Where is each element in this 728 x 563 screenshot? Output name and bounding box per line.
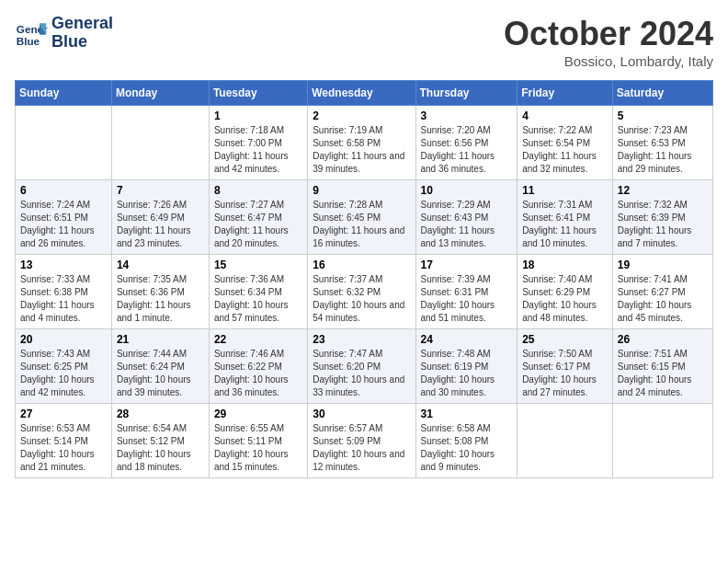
- cell-info: Sunrise: 7:46 AM Sunset: 6:22 PM Dayligh…: [214, 348, 302, 399]
- day-header-friday: Friday: [518, 81, 613, 106]
- day-cell: 25Sunrise: 7:50 AM Sunset: 6:17 PM Dayli…: [518, 329, 613, 404]
- day-cell: 15Sunrise: 7:36 AM Sunset: 6:34 PM Dayli…: [209, 255, 307, 329]
- day-cell: 19Sunrise: 7:41 AM Sunset: 6:27 PM Dayli…: [612, 255, 712, 329]
- day-cell: 31Sunrise: 6:58 AM Sunset: 5:08 PM Dayli…: [415, 404, 518, 478]
- cell-info: Sunrise: 7:33 AM Sunset: 6:38 PM Dayligh…: [20, 273, 107, 325]
- day-number: 9: [313, 184, 410, 197]
- day-cell: [16, 106, 112, 180]
- logo-blue: Blue: [51, 33, 113, 52]
- day-number: 27: [20, 408, 107, 420]
- day-cell: 16Sunrise: 7:37 AM Sunset: 6:32 PM Dayli…: [308, 255, 415, 329]
- day-number: 18: [522, 259, 608, 271]
- cell-info: Sunrise: 7:26 AM Sunset: 6:49 PM Dayligh…: [117, 199, 204, 250]
- cell-info: Sunrise: 6:53 AM Sunset: 5:14 PM Dayligh…: [20, 422, 107, 474]
- day-cell: 21Sunrise: 7:44 AM Sunset: 6:24 PM Dayli…: [111, 329, 209, 404]
- day-cell: 23Sunrise: 7:47 AM Sunset: 6:20 PM Dayli…: [308, 329, 415, 404]
- day-cell: [612, 404, 712, 478]
- day-number: 1: [214, 109, 302, 122]
- day-number: 8: [214, 184, 302, 197]
- week-row-3: 13Sunrise: 7:33 AM Sunset: 6:38 PM Dayli…: [16, 255, 713, 329]
- title-block: October 2024 Bossico, Lombardy, Italy: [504, 15, 713, 69]
- day-number: 6: [20, 184, 107, 197]
- cell-info: Sunrise: 6:57 AM Sunset: 5:09 PM Dayligh…: [313, 422, 410, 474]
- day-cell: 2Sunrise: 7:19 AM Sunset: 6:58 PM Daylig…: [308, 106, 415, 180]
- cell-info: Sunrise: 7:31 AM Sunset: 6:41 PM Dayligh…: [522, 199, 608, 250]
- day-number: 29: [214, 408, 302, 420]
- week-row-4: 20Sunrise: 7:43 AM Sunset: 6:25 PM Dayli…: [16, 329, 713, 404]
- day-cell: 29Sunrise: 6:55 AM Sunset: 5:11 PM Dayli…: [209, 404, 307, 478]
- cell-info: Sunrise: 7:18 AM Sunset: 7:00 PM Dayligh…: [214, 124, 302, 176]
- cell-info: Sunrise: 7:39 AM Sunset: 6:31 PM Dayligh…: [421, 273, 513, 325]
- day-cell: 3Sunrise: 7:20 AM Sunset: 6:56 PM Daylig…: [415, 106, 518, 180]
- month-title: October 2024: [504, 15, 713, 53]
- cell-info: Sunrise: 7:41 AM Sunset: 6:27 PM Dayligh…: [618, 273, 708, 325]
- day-cell: 5Sunrise: 7:23 AM Sunset: 6:53 PM Daylig…: [612, 106, 712, 180]
- cell-info: Sunrise: 7:28 AM Sunset: 6:45 PM Dayligh…: [313, 199, 410, 250]
- cell-info: Sunrise: 7:29 AM Sunset: 6:43 PM Dayligh…: [421, 199, 513, 250]
- day-cell: 10Sunrise: 7:29 AM Sunset: 6:43 PM Dayli…: [415, 180, 518, 255]
- cell-info: Sunrise: 6:55 AM Sunset: 5:11 PM Dayligh…: [214, 422, 302, 474]
- day-cell: 12Sunrise: 7:32 AM Sunset: 6:39 PM Dayli…: [612, 180, 712, 255]
- day-cell: 7Sunrise: 7:26 AM Sunset: 6:49 PM Daylig…: [111, 180, 209, 255]
- day-cell: 17Sunrise: 7:39 AM Sunset: 6:31 PM Dayli…: [415, 255, 518, 329]
- day-number: 24: [421, 333, 513, 346]
- day-cell: 24Sunrise: 7:48 AM Sunset: 6:19 PM Dayli…: [415, 329, 518, 404]
- cell-info: Sunrise: 7:44 AM Sunset: 6:24 PM Dayligh…: [117, 348, 204, 399]
- day-cell: [111, 106, 209, 180]
- day-number: 25: [522, 333, 608, 346]
- day-cell: 30Sunrise: 6:57 AM Sunset: 5:09 PM Dayli…: [308, 404, 415, 478]
- day-cell: 22Sunrise: 7:46 AM Sunset: 6:22 PM Dayli…: [209, 329, 307, 404]
- day-cell: 1Sunrise: 7:18 AM Sunset: 7:00 PM Daylig…: [209, 106, 307, 180]
- day-number: 23: [313, 333, 410, 346]
- day-number: 2: [313, 109, 410, 122]
- cell-info: Sunrise: 7:40 AM Sunset: 6:29 PM Dayligh…: [522, 273, 608, 325]
- cell-info: Sunrise: 7:32 AM Sunset: 6:39 PM Dayligh…: [618, 199, 708, 250]
- day-header-saturday: Saturday: [612, 81, 712, 106]
- cell-info: Sunrise: 7:36 AM Sunset: 6:34 PM Dayligh…: [214, 273, 302, 325]
- cell-info: Sunrise: 7:37 AM Sunset: 6:32 PM Dayligh…: [313, 273, 410, 325]
- day-cell: 28Sunrise: 6:54 AM Sunset: 5:12 PM Dayli…: [111, 404, 209, 478]
- cell-info: Sunrise: 7:23 AM Sunset: 6:53 PM Dayligh…: [618, 124, 708, 176]
- day-number: 5: [618, 109, 708, 122]
- cell-info: Sunrise: 6:54 AM Sunset: 5:12 PM Dayligh…: [117, 422, 204, 474]
- cell-info: Sunrise: 7:35 AM Sunset: 6:36 PM Dayligh…: [117, 273, 204, 325]
- day-header-tuesday: Tuesday: [209, 81, 307, 106]
- day-cell: 8Sunrise: 7:27 AM Sunset: 6:47 PM Daylig…: [209, 180, 307, 255]
- day-number: 12: [618, 184, 708, 197]
- day-number: 26: [618, 333, 708, 346]
- day-cell: 13Sunrise: 7:33 AM Sunset: 6:38 PM Dayli…: [16, 255, 112, 329]
- cell-info: Sunrise: 7:47 AM Sunset: 6:20 PM Dayligh…: [313, 348, 410, 399]
- header-row: SundayMondayTuesdayWednesdayThursdayFrid…: [16, 81, 713, 106]
- week-row-1: 1Sunrise: 7:18 AM Sunset: 7:00 PM Daylig…: [16, 106, 713, 180]
- day-cell: 27Sunrise: 6:53 AM Sunset: 5:14 PM Dayli…: [16, 404, 112, 478]
- day-number: 28: [117, 408, 204, 420]
- cell-info: Sunrise: 7:43 AM Sunset: 6:25 PM Dayligh…: [20, 348, 107, 399]
- logo-general: General: [51, 15, 113, 33]
- logo-icon: General Blue: [15, 17, 48, 50]
- day-number: 31: [421, 408, 513, 420]
- day-number: 11: [522, 184, 608, 197]
- day-number: 19: [618, 259, 708, 271]
- day-number: 3: [421, 109, 513, 122]
- cell-info: Sunrise: 6:58 AM Sunset: 5:08 PM Dayligh…: [421, 422, 513, 474]
- cell-info: Sunrise: 7:24 AM Sunset: 6:51 PM Dayligh…: [20, 199, 107, 250]
- day-cell: [518, 404, 613, 478]
- day-number: 7: [117, 184, 204, 197]
- day-cell: 20Sunrise: 7:43 AM Sunset: 6:25 PM Dayli…: [16, 329, 112, 404]
- day-cell: 14Sunrise: 7:35 AM Sunset: 6:36 PM Dayli…: [111, 255, 209, 329]
- cell-info: Sunrise: 7:22 AM Sunset: 6:54 PM Dayligh…: [522, 124, 608, 176]
- day-cell: 6Sunrise: 7:24 AM Sunset: 6:51 PM Daylig…: [16, 180, 112, 255]
- week-row-5: 27Sunrise: 6:53 AM Sunset: 5:14 PM Dayli…: [16, 404, 713, 478]
- day-number: 15: [214, 259, 302, 271]
- day-cell: 11Sunrise: 7:31 AM Sunset: 6:41 PM Dayli…: [518, 180, 613, 255]
- day-number: 14: [117, 259, 204, 271]
- day-cell: 26Sunrise: 7:51 AM Sunset: 6:15 PM Dayli…: [612, 329, 712, 404]
- cell-info: Sunrise: 7:27 AM Sunset: 6:47 PM Dayligh…: [214, 199, 302, 250]
- cell-info: Sunrise: 7:19 AM Sunset: 6:58 PM Dayligh…: [313, 124, 410, 176]
- day-number: 21: [117, 333, 204, 346]
- cell-info: Sunrise: 7:20 AM Sunset: 6:56 PM Dayligh…: [421, 124, 513, 176]
- day-number: 4: [522, 109, 608, 122]
- page-header: General Blue General Blue October 2024 B…: [15, 15, 713, 69]
- day-number: 20: [20, 333, 107, 346]
- cell-info: Sunrise: 7:50 AM Sunset: 6:17 PM Dayligh…: [522, 348, 608, 399]
